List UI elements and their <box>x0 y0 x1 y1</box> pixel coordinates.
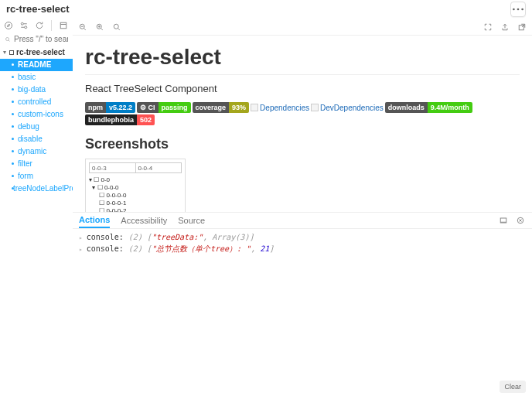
clear-button[interactable]: Clear <box>500 381 526 393</box>
sidebar-item-label: big-data <box>18 84 46 96</box>
addon-tabs: Actions Accessibility Source <box>73 212 532 229</box>
collapse-icon[interactable] <box>58 20 69 31</box>
screenshot-tree-row: ▾ ☐ 0-0 <box>89 176 182 184</box>
sidebar-item-big-data[interactable]: big-data <box>0 84 73 96</box>
story-icon <box>11 75 15 80</box>
sidebar-item-basic[interactable]: basic <box>0 71 73 84</box>
svg-point-7 <box>6 38 9 41</box>
screenshot-tree-row: ☐ 0-0-0-0 <box>89 192 182 200</box>
screenshot-preview: 0-0-3 0-0-4 ▾ ☐ 0-0 ▾ ☐ 0-0-0 ☐ 0-0-0-0 … <box>85 159 186 212</box>
panel-eject-icon[interactable] <box>498 215 509 226</box>
screenshot-tag-b: 0-0-4 <box>136 163 182 172</box>
search-icon <box>5 34 11 43</box>
svg-point-0 <box>513 8 515 10</box>
screenshots-heading: Screenshots <box>85 136 520 152</box>
sidebar-item-disable[interactable]: disable <box>0 133 73 145</box>
coverage-badge[interactable]: coverage93% <box>193 102 250 113</box>
story-icon <box>11 137 15 142</box>
doc-toolbar <box>73 19 532 36</box>
badge-row: npmv5.22.2 ⚙ CIpassing coverage93% Depen… <box>85 102 520 125</box>
sidebar-item-label: form <box>18 170 33 183</box>
downloads-badge[interactable]: downloads9.4M/month <box>385 102 472 113</box>
story-icon <box>11 162 15 166</box>
svg-point-5 <box>25 26 27 29</box>
sidebar-item-dynamic[interactable]: dynamic <box>0 145 73 158</box>
svg-rect-6 <box>60 22 66 29</box>
story-icon <box>11 112 15 117</box>
tree-root-label: rc-tree-select <box>16 46 65 59</box>
sidebar-item-label: README <box>18 59 51 71</box>
sidebar-item-label: disable <box>18 133 43 145</box>
sidebar-item-label: controlled <box>18 96 51 108</box>
screenshot-tree-row: ▾ ☐ 0-0-0 <box>89 184 182 192</box>
npm-badge[interactable]: npmv5.22.2 <box>85 102 135 113</box>
story-icon <box>11 125 15 129</box>
tab-accessibility[interactable]: Accessibility <box>121 213 167 228</box>
svg-point-1 <box>517 8 520 10</box>
story-icon <box>11 100 15 104</box>
compass-icon[interactable] <box>3 20 14 31</box>
console-row: console: (2) ["总节点数（单个tree）: ", 21] <box>79 244 526 255</box>
sidebar-item-controlled[interactable]: controlled <box>0 96 73 108</box>
sidebar-item-label: filter <box>18 158 32 170</box>
filter-icon[interactable] <box>19 20 29 31</box>
sidebar-item-filter[interactable]: filter <box>0 158 73 170</box>
refresh-icon[interactable] <box>34 20 45 31</box>
divider <box>51 20 52 31</box>
ci-badge[interactable]: ⚙ CIpassing <box>137 102 191 113</box>
tab-actions[interactable]: Actions <box>79 213 110 228</box>
svg-point-3 <box>5 22 12 29</box>
console-row: console: (2) ["treeData:", Array(3)] <box>79 232 526 244</box>
doc-content: rc-tree-select React TreeSelect Componen… <box>73 36 532 212</box>
sidebar-item-debug[interactable]: debug <box>0 121 73 133</box>
sidebar-item-readme[interactable]: README <box>0 59 73 71</box>
screenshot-tag-a: 0-0-3 <box>90 163 136 172</box>
svg-point-4 <box>21 22 23 25</box>
story-icon <box>11 87 15 92</box>
zoom-out-icon[interactable] <box>77 22 88 32</box>
story-icon <box>11 63 15 67</box>
share-icon[interactable] <box>500 22 510 32</box>
bundlephobia-badge[interactable]: bundlephobia502 <box>85 114 155 125</box>
story-icon <box>11 174 15 179</box>
page-title: rc-tree-select <box>85 45 520 75</box>
page-subtitle: React TreeSelect Component <box>85 83 520 94</box>
sidebar-item-label: dynamic <box>18 145 46 158</box>
sidebar-item-label: treeNodeLabelProp <box>13 183 73 195</box>
sidebar-item-form[interactable]: form <box>0 170 73 183</box>
sidebar-item-label: basic <box>18 71 36 84</box>
sidebar-item-treenodelabelprop[interactable]: treeNodeLabelProp <box>0 183 73 195</box>
sidebar-item-label: debug <box>18 121 39 133</box>
open-external-icon[interactable] <box>517 22 527 32</box>
fullscreen-icon[interactable] <box>483 22 493 32</box>
deps-badge[interactable]: Dependencies <box>251 104 309 112</box>
screenshot-tree-row: ☐ 0-0-0-1 <box>89 200 182 207</box>
folder-icon <box>9 50 14 55</box>
more-menu-button[interactable] <box>510 2 526 17</box>
zoom-in-icon[interactable] <box>94 22 105 32</box>
sidebar-item-custom-icons[interactable]: custom-icons <box>0 108 73 121</box>
sidebar: ▾ rc-tree-select READMEbasicbig-datacont… <box>0 19 73 396</box>
app-title: rc-tree-select <box>6 3 70 15</box>
devdeps-badge[interactable]: DevDependencies <box>311 104 384 112</box>
file-tree: ▾ rc-tree-select READMEbasicbig-datacont… <box>0 46 73 195</box>
tree-root[interactable]: ▾ rc-tree-select <box>0 46 73 59</box>
zoom-reset-icon[interactable] <box>111 22 122 32</box>
svg-point-2 <box>521 8 523 10</box>
search-input[interactable] <box>14 35 68 43</box>
chevron-down-icon: ▾ <box>3 46 9 59</box>
story-icon <box>11 149 15 154</box>
console-output: console: (2) ["treeData:", Array(3)]cons… <box>73 229 532 396</box>
panel-close-icon[interactable] <box>515 215 526 226</box>
tab-source[interactable]: Source <box>178 213 205 228</box>
svg-point-10 <box>114 24 118 29</box>
sidebar-item-label: custom-icons <box>18 108 63 121</box>
